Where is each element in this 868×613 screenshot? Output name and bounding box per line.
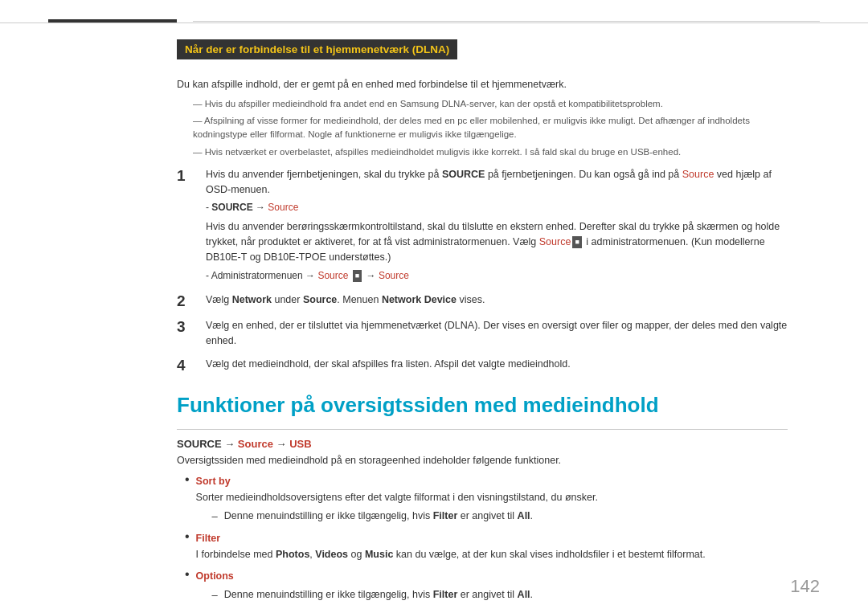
step-1-content: Hvis du anvender fjernbetjeningen, skal … (206, 167, 788, 284)
bullet-sort-by-content: Sort by Sorter medieindholdsoversigtens … (196, 474, 788, 525)
bullet-dot-1: • (185, 472, 190, 487)
step-4-num: 4 (177, 357, 199, 375)
step-2-content: Vælg Network under Source. Menuen Networ… (206, 292, 788, 308)
step-2-text: Vælg Network under Source. Menuen Networ… (206, 294, 485, 305)
step-2-num: 2 (177, 292, 199, 311)
options-sub-text: Denne menuindstilling er ikke tilgængeli… (224, 587, 533, 603)
step-3: 3 Vælg en enhed, der er tilsluttet via h… (177, 318, 788, 349)
bullet-options-content: Options – Denne menuindstilling er ikke … (196, 569, 788, 603)
step-1-sub-source: - Administratormenuen → Source ■ → Sourc… (206, 268, 788, 283)
filter-desc: I forbindelse med Photos, Videos og Musi… (196, 547, 788, 562)
page: Når der er forbindelse til et hjemmenetv… (0, 0, 868, 613)
step-3-num: 3 (177, 318, 199, 337)
section2-overview-text: Oversigtssiden med medieindhold på en st… (177, 455, 788, 466)
icon-box-2: ■ (353, 270, 362, 283)
icon-box: ■ (572, 236, 581, 249)
step-4-content: Vælg det medieindhold, der skal afspille… (206, 357, 788, 372)
sort-by-label: Sort by (196, 474, 788, 489)
bullet-sort-by: • Sort by Sorter medieindholdsoversigten… (185, 474, 788, 525)
sort-by-sub: – Denne menuindstilling er ikke tilgænge… (212, 509, 788, 525)
sub-bullet-dash-1: – (212, 509, 218, 525)
bullet-options: • Options – Denne menuindstilling er ikk… (185, 569, 788, 603)
section1-note-1: Hvis du afspiller medieindhold fra andet… (185, 97, 788, 111)
section1-intro: Du kan afspille indhold, der er gemt på … (177, 77, 788, 92)
section2-source-header: SOURCE → Source → USB (177, 438, 788, 450)
section2-main-heading: Funktioner på oversigtssiden med mediein… (177, 393, 788, 418)
step-4: 4 Vælg det medieindhold, der skal afspil… (177, 357, 788, 375)
step-list: 1 Hvis du anvender fjernbetjeningen, ska… (177, 167, 788, 375)
bullet-dot-3: • (185, 567, 190, 582)
section1-note-3: Hvis netværket er overbelastet, afspille… (185, 145, 788, 159)
step-1: 1 Hvis du anvender fjernbetjeningen, ska… (177, 167, 788, 284)
step-1-source-line: - SOURCE → Source (206, 200, 788, 215)
step-1-sub-text: Hvis du anvender berøringsskærmkontrolti… (206, 219, 788, 264)
main-content: Når der er forbindelse til et hjemmenetv… (0, 23, 868, 613)
section2-divider (177, 429, 788, 430)
top-line-right (193, 21, 820, 22)
bullet-filter-content: Filter I forbindelse med Photos, Videos … (196, 531, 788, 563)
options-label: Options (196, 569, 788, 584)
sort-by-sub-text: Denne menuindstilling er ikke tilgængeli… (224, 509, 533, 524)
page-number: 142 (790, 576, 820, 597)
step-1-text: Hvis du anvender fjernbetjeningen, skal … (206, 169, 772, 195)
top-line-left (48, 19, 177, 22)
bullet-filter: • Filter I forbindelse med Photos, Video… (185, 531, 788, 563)
step-1-num: 1 (177, 167, 199, 186)
options-sub: – Denne menuindstilling er ikke tilgænge… (212, 587, 788, 603)
step-2: 2 Vælg Network under Source. Menuen Netw… (177, 292, 788, 311)
step-3-content: Vælg en enhed, der er tilsluttet via hje… (206, 318, 788, 349)
filter-label: Filter (196, 531, 788, 546)
sort-by-desc: Sorter medieindholdsoversigtens efter de… (196, 490, 788, 505)
section1-heading: Når der er forbindelse til et hjemmenetv… (177, 39, 457, 59)
sub-bullet-dash-2: – (212, 587, 218, 603)
section1-note-2: Afspilning af visse former for medieindh… (185, 114, 788, 142)
step-3-text: Vælg en enhed, der er tilsluttet via hje… (206, 320, 787, 346)
bullet-dot-2: • (185, 529, 190, 544)
top-bar (0, 0, 868, 23)
section1-heading-wrapper: Når der er forbindelse til et hjemmenetv… (177, 39, 788, 69)
step-4-text: Vælg det medieindhold, der skal afspille… (206, 358, 571, 370)
